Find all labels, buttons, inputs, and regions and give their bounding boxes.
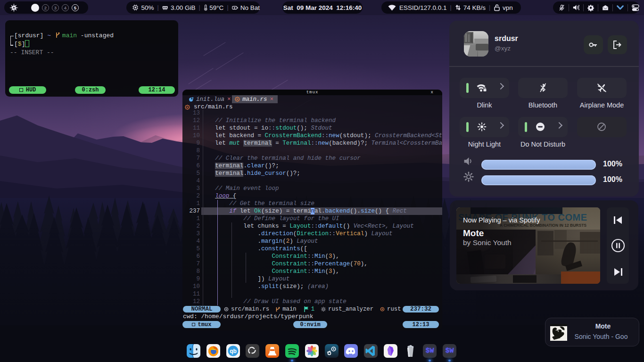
- svg-text:qb: qb: [230, 348, 237, 354]
